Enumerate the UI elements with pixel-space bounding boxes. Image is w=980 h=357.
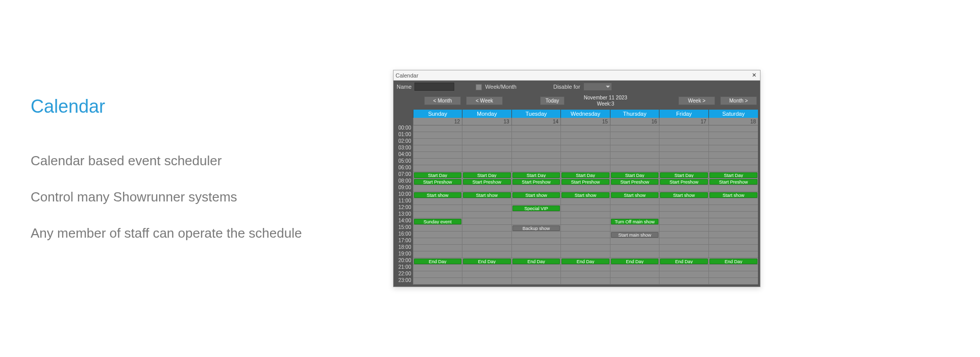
calendar-cell[interactable]	[659, 271, 709, 277]
calendar-cell[interactable]: Start show	[659, 191, 709, 198]
calendar-cell[interactable]	[462, 158, 512, 165]
calendar-cell[interactable]	[708, 244, 758, 251]
calendar-cell[interactable]	[511, 158, 561, 165]
calendar-cell[interactable]	[561, 132, 610, 138]
calendar-cell[interactable]	[610, 165, 659, 171]
calendar-cell[interactable]	[511, 238, 561, 244]
calendar-cell[interactable]	[659, 277, 709, 284]
calendar-cell[interactable]	[413, 145, 462, 151]
calendar-cell[interactable]	[561, 138, 610, 145]
calendar-cell[interactable]: Start Preshow	[708, 178, 758, 185]
calendar-cell[interactable]	[708, 125, 758, 132]
calendar-cell[interactable]	[413, 158, 462, 165]
calendar-cell[interactable]	[659, 211, 709, 218]
calendar-cell[interactable]	[462, 198, 512, 205]
close-button[interactable]: ✕	[750, 71, 758, 80]
calendar-cell[interactable]: Start Preshow	[462, 178, 512, 185]
calendar-cell[interactable]	[659, 218, 709, 224]
calendar-cell[interactable]	[561, 165, 610, 171]
calendar-cell[interactable]: Start Day	[511, 171, 561, 178]
calendar-cell[interactable]	[413, 132, 462, 138]
today-button[interactable]: Today	[540, 96, 565, 105]
calendar-cell[interactable]	[462, 205, 512, 211]
calendar-cell[interactable]	[659, 185, 709, 191]
calendar-cell[interactable]: Start Preshow	[610, 178, 659, 185]
calendar-cell[interactable]: Start Day	[561, 171, 610, 178]
calendar-cell[interactable]	[708, 211, 758, 218]
calendar-cell[interactable]	[462, 231, 512, 238]
calendar-cell[interactable]	[610, 244, 659, 251]
calendar-cell[interactable]	[610, 238, 659, 244]
calendar-cell[interactable]	[561, 271, 610, 277]
calendar-cell[interactable]	[659, 244, 709, 251]
calendar-cell[interactable]: Start Day	[659, 171, 709, 178]
calendar-event[interactable]: Start Preshow	[512, 179, 560, 185]
calendar-event[interactable]: End Day	[561, 259, 609, 264]
calendar-cell[interactable]	[462, 145, 512, 151]
calendar-cell[interactable]	[511, 185, 561, 191]
name-input[interactable]	[414, 83, 454, 91]
calendar-cell[interactable]	[610, 158, 659, 165]
calendar-cell[interactable]	[561, 264, 610, 271]
calendar-cell[interactable]	[708, 132, 758, 138]
calendar-cell[interactable]	[610, 132, 659, 138]
calendar-cell[interactable]	[610, 271, 659, 277]
calendar-cell[interactable]	[462, 277, 512, 284]
calendar-cell[interactable]: End Day	[511, 258, 561, 264]
calendar-cell[interactable]	[511, 151, 561, 158]
calendar-cell[interactable]	[511, 244, 561, 251]
date-number-cell[interactable]: 13	[462, 118, 512, 125]
calendar-event[interactable]: Start show	[709, 192, 757, 198]
calendar-cell[interactable]	[610, 251, 659, 258]
calendar-event[interactable]: End Day	[660, 259, 708, 264]
week-month-toggle[interactable]: Week/Month	[476, 84, 517, 90]
calendar-event[interactable]: Start show	[463, 192, 511, 198]
calendar-cell[interactable]	[561, 205, 610, 211]
calendar-cell[interactable]	[462, 125, 512, 132]
calendar-cell[interactable]	[708, 151, 758, 158]
calendar-cell[interactable]	[462, 251, 512, 258]
calendar-cell[interactable]	[511, 165, 561, 171]
calendar-event[interactable]: Start Preshow	[709, 179, 757, 185]
calendar-cell[interactable]	[462, 211, 512, 218]
calendar-cell[interactable]: Start show	[708, 191, 758, 198]
calendar-cell[interactable]	[610, 125, 659, 132]
calendar-cell[interactable]	[561, 231, 610, 238]
calendar-cell[interactable]	[561, 244, 610, 251]
calendar-cell[interactable]	[413, 277, 462, 284]
calendar-cell[interactable]	[610, 138, 659, 145]
calendar-cell[interactable]	[413, 238, 462, 244]
calendar-cell[interactable]	[413, 231, 462, 238]
calendar-cell[interactable]	[511, 271, 561, 277]
calendar-cell[interactable]	[561, 251, 610, 258]
calendar-cell[interactable]: Start main show	[610, 231, 659, 238]
calendar-cell[interactable]	[413, 224, 462, 231]
calendar-cell[interactable]	[413, 185, 462, 191]
calendar-cell[interactable]	[511, 138, 561, 145]
calendar-cell[interactable]	[708, 158, 758, 165]
calendar-cell[interactable]	[413, 251, 462, 258]
calendar-event[interactable]: Start main show	[611, 232, 659, 238]
calendar-cell[interactable]	[610, 277, 659, 284]
calendar-cell[interactable]	[413, 271, 462, 277]
calendar-cell[interactable]	[708, 198, 758, 205]
calendar-cell[interactable]	[708, 145, 758, 151]
calendar-cell[interactable]	[708, 205, 758, 211]
calendar-event[interactable]: Start Day	[611, 172, 659, 178]
calendar-event[interactable]: End Day	[611, 259, 659, 264]
next-month-button[interactable]: Month >	[720, 96, 757, 105]
date-number-cell[interactable]: 12	[413, 118, 462, 125]
calendar-event[interactable]: Start show	[660, 192, 708, 198]
calendar-cell[interactable]	[511, 251, 561, 258]
calendar-cell[interactable]	[659, 238, 709, 244]
calendar-cell[interactable]	[708, 218, 758, 224]
calendar-cell[interactable]	[610, 151, 659, 158]
day-header[interactable]: Thursday	[610, 110, 659, 118]
date-number-cell[interactable]: 16	[610, 118, 659, 125]
day-header[interactable]: Monday	[462, 110, 512, 118]
calendar-cell[interactable]: End Day	[610, 258, 659, 264]
calendar-event[interactable]: Start Day	[561, 172, 609, 178]
calendar-cell[interactable]	[462, 185, 512, 191]
calendar-cell[interactable]	[413, 205, 462, 211]
calendar-cell[interactable]: Start Preshow	[511, 178, 561, 185]
